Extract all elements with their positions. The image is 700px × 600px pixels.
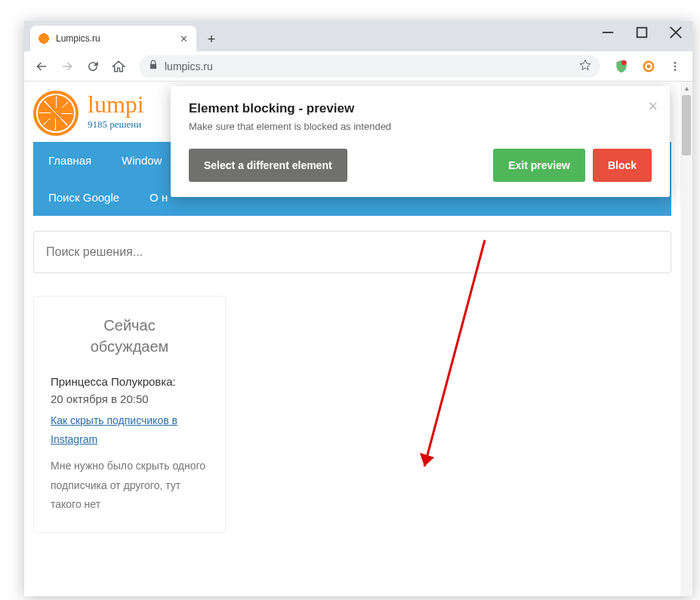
svg-point-10 [674, 69, 677, 71]
arrow-left-icon [35, 60, 48, 73]
extension-icon[interactable] [640, 57, 658, 75]
exit-preview-button[interactable]: Exit preview [493, 149, 585, 182]
maximize-button[interactable] [624, 21, 658, 44]
comment-date: 20 октября в 20:50 [51, 392, 208, 405]
tab-favicon-icon [38, 32, 50, 45]
nav-item-windows[interactable]: Window [106, 142, 177, 179]
bookmark-icon[interactable] [579, 59, 591, 73]
title-bar: Lumpics.ru ✕ + [24, 21, 692, 51]
tab-title: Lumpics.ru [56, 33, 178, 44]
window-controls [591, 21, 692, 44]
browser-tab[interactable]: Lumpics.ru ✕ [30, 26, 196, 51]
card-title: Сейчасобсуждаем [51, 315, 208, 357]
svg-rect-1 [637, 28, 646, 38]
block-button[interactable]: Block [593, 149, 652, 182]
svg-point-9 [674, 65, 677, 67]
modal-subtitle: Make sure that element is blocked as int… [189, 121, 652, 132]
new-tab-button[interactable]: + [201, 29, 222, 50]
svg-point-8 [674, 62, 677, 64]
minimize-icon [601, 26, 615, 39]
url-text: lumpics.ru [165, 60, 213, 72]
comment-author: Принцесса Полукровка: [51, 375, 208, 388]
site-title: lumpi [88, 91, 144, 118]
search-input[interactable] [33, 231, 671, 273]
svg-point-7 [647, 64, 651, 68]
address-bar[interactable]: lumpics.ru [139, 55, 600, 78]
window-close-button[interactable] [658, 21, 692, 44]
select-different-button[interactable]: Select a different element [189, 149, 347, 182]
back-button[interactable] [30, 55, 53, 78]
home-button[interactable] [107, 55, 130, 78]
modal-close-icon[interactable]: × [648, 97, 658, 116]
site-subtitle: 9185 решени [88, 118, 144, 131]
nav-item-google-search[interactable]: Поиск Google [33, 179, 134, 216]
content-area: lumpi 9185 решени Главная Window Поиск G… [24, 82, 692, 596]
browser-toolbar: lumpics.ru [24, 51, 692, 82]
tab-close-icon[interactable]: ✕ [178, 33, 189, 44]
nav-item-home[interactable]: Главная [33, 142, 106, 179]
arrow-right-icon [60, 60, 74, 73]
browser-window: Lumpics.ru ✕ + [24, 21, 692, 596]
modal-actions: Select a different element Exit preview … [189, 149, 652, 182]
element-blocking-modal: × Element blocking - preview Make sure t… [171, 86, 670, 197]
minimize-button[interactable] [591, 21, 624, 44]
comment-text: Мне нужно было скрыть одного подписчика … [51, 457, 208, 514]
lock-icon [148, 60, 159, 72]
adguard-extension-icon[interactable] [612, 57, 631, 75]
home-icon [112, 60, 125, 73]
kebab-icon [669, 60, 681, 72]
forward-button[interactable] [56, 55, 79, 78]
comment-link[interactable]: Как скрыть подписчиков в Instagram [51, 411, 208, 449]
svg-point-4 [621, 60, 627, 65]
scrollbar-thumb[interactable] [682, 95, 691, 155]
reload-icon [86, 60, 100, 73]
maximize-icon [635, 26, 649, 39]
browser-menu-button[interactable] [664, 55, 686, 78]
scrollbar[interactable]: ▴ [680, 82, 692, 596]
site-logo-icon[interactable] [33, 91, 79, 136]
reload-button[interactable] [82, 55, 104, 78]
discussion-card: Сейчасобсуждаем Принцесса Полукровка: 20… [33, 296, 226, 533]
modal-title: Element blocking - preview [189, 101, 652, 116]
close-icon [669, 26, 683, 39]
scroll-up-icon[interactable]: ▴ [680, 82, 692, 94]
